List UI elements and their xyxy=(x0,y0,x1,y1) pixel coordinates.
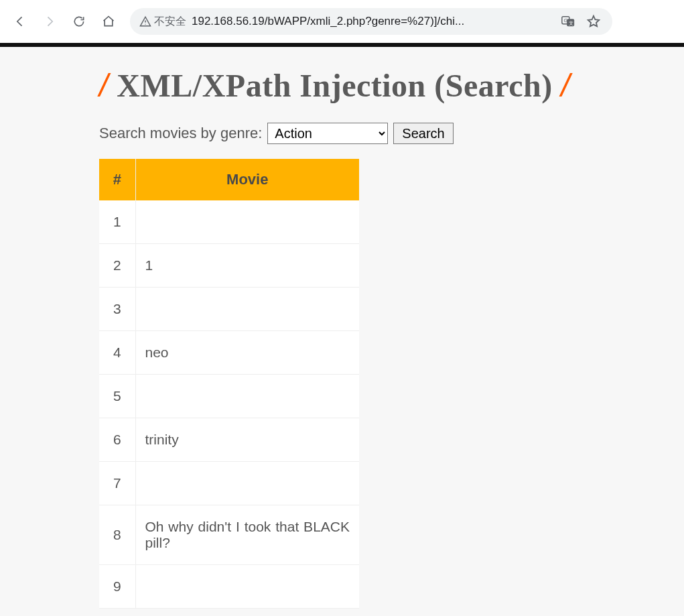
arrow-right-icon xyxy=(43,15,56,28)
row-number: 2 xyxy=(99,244,135,288)
slash-decoration: / xyxy=(99,68,109,103)
reload-icon xyxy=(72,15,86,28)
bookmark-star-icon[interactable] xyxy=(584,12,603,31)
results-table: # Movie 12134neo56trinity78Oh why didn't… xyxy=(99,159,359,609)
row-number: 6 xyxy=(99,418,135,462)
security-label: 不安全 xyxy=(154,15,186,29)
home-icon xyxy=(102,15,115,28)
row-number: 7 xyxy=(99,462,135,505)
svg-text:G: G xyxy=(564,17,568,23)
search-button[interactable]: Search xyxy=(393,123,453,144)
table-row: 1 xyxy=(99,200,359,244)
arrow-left-icon xyxy=(13,15,27,28)
address-right-icons: G文 xyxy=(559,12,603,31)
translate-icon[interactable]: G文 xyxy=(559,12,577,31)
back-button[interactable] xyxy=(8,9,32,34)
row-movie xyxy=(135,462,359,505)
table-row: 7 xyxy=(99,462,359,505)
table-row: 21 xyxy=(99,244,359,288)
security-badge[interactable]: 不安全 xyxy=(139,15,186,29)
row-movie: neo xyxy=(135,331,359,375)
row-movie: 1 xyxy=(135,244,359,288)
col-header-num: # xyxy=(99,159,135,200)
title-text: XML/XPath Injection (Search) xyxy=(117,68,552,103)
row-number: 4 xyxy=(99,331,135,375)
address-bar[interactable]: 不安全 192.168.56.19/bWAPP/xmli_2.php?genre… xyxy=(130,8,612,35)
page-title: / XML/XPath Injection (Search) / xyxy=(99,67,684,104)
table-row: 5 xyxy=(99,375,359,418)
row-movie xyxy=(135,565,359,609)
forward-button[interactable] xyxy=(38,9,62,34)
table-row: 4neo xyxy=(99,331,359,375)
search-form: Search movies by genre: Action Search xyxy=(99,123,684,144)
row-number: 5 xyxy=(99,375,135,418)
page-body: / XML/XPath Injection (Search) / Search … xyxy=(0,47,684,616)
reload-button[interactable] xyxy=(67,9,91,34)
home-button[interactable] xyxy=(96,9,121,34)
browser-toolbar: 不安全 192.168.56.19/bWAPP/xmli_2.php?genre… xyxy=(0,0,684,43)
row-number: 8 xyxy=(99,505,135,565)
search-label: Search movies by genre: xyxy=(99,125,262,142)
table-row: 6trinity xyxy=(99,418,359,462)
row-number: 9 xyxy=(99,565,135,609)
svg-text:文: 文 xyxy=(569,20,573,26)
row-number: 3 xyxy=(99,288,135,331)
table-row: 8Oh why didn't I took that BLACK pill? xyxy=(99,505,359,565)
table-row: 3 xyxy=(99,288,359,331)
row-movie xyxy=(135,288,359,331)
row-movie xyxy=(135,375,359,418)
table-row: 9 xyxy=(99,565,359,609)
row-movie: trinity xyxy=(135,418,359,462)
url-text: 192.168.56.19/bWAPP/xmli_2.php?genre=%27… xyxy=(192,15,551,28)
warning-icon xyxy=(139,15,151,27)
genre-select[interactable]: Action xyxy=(267,123,388,144)
row-number: 1 xyxy=(99,200,135,244)
col-header-movie: Movie xyxy=(135,159,359,200)
row-movie xyxy=(135,200,359,244)
slash-decoration: / xyxy=(561,68,570,103)
row-movie: Oh why didn't I took that BLACK pill? xyxy=(135,505,359,565)
